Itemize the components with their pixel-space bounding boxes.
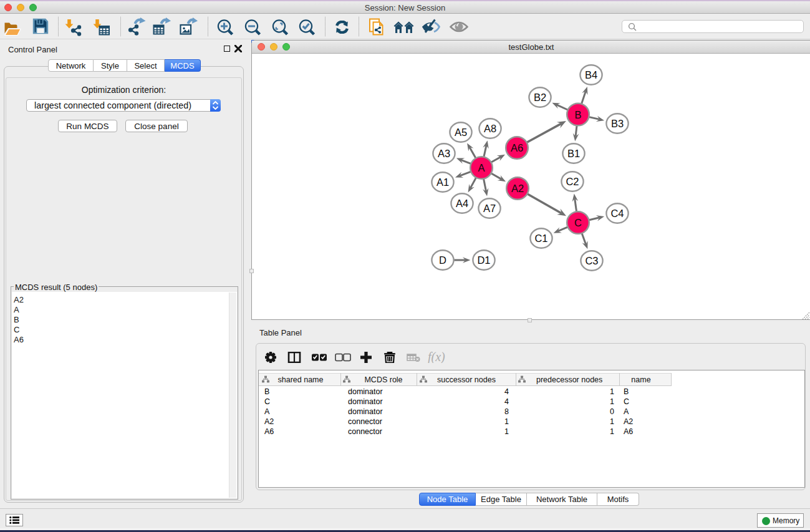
svg-text:A7: A7 [483,203,496,214]
svg-text:A3: A3 [438,148,450,159]
svg-text:A5: A5 [455,127,467,138]
svg-text:D1: D1 [477,254,490,266]
svg-text:B3: B3 [611,118,624,129]
svg-text:B1: B1 [567,148,580,159]
svg-text:B4: B4 [585,69,597,80]
svg-text:B: B [574,109,581,120]
svg-text:A: A [478,162,485,173]
svg-text:C4: C4 [610,208,624,219]
svg-text:A1: A1 [436,177,449,188]
svg-text:A8: A8 [484,123,496,134]
svg-text:C1: C1 [534,233,547,244]
svg-text:A6: A6 [511,142,523,153]
svg-text:C3: C3 [585,255,598,266]
svg-text:A4: A4 [456,198,468,209]
svg-text:D: D [439,254,446,266]
svg-text:C: C [574,217,582,228]
svg-text:B2: B2 [534,92,546,103]
svg-text:f(x): f(x) [428,352,445,363]
svg-text:C2: C2 [566,176,579,187]
svg-text:A2: A2 [511,183,524,194]
